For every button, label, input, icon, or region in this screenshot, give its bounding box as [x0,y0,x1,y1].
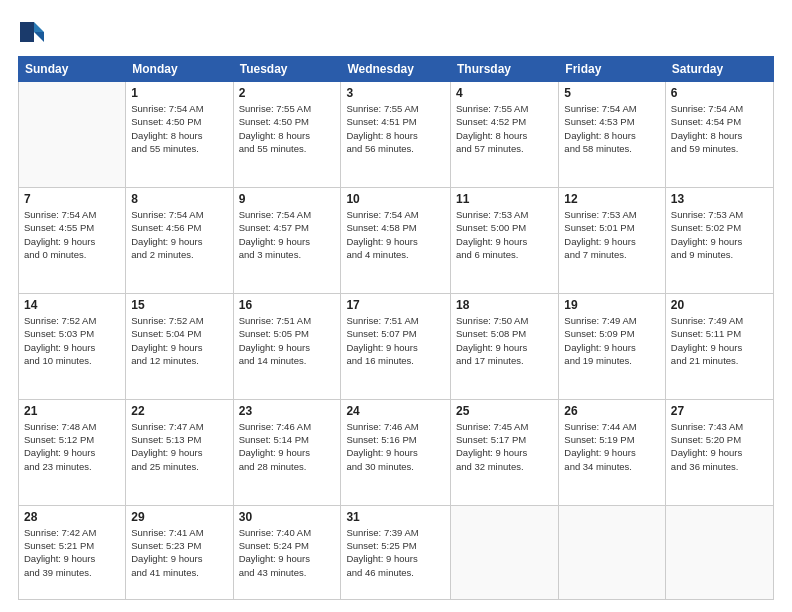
calendar-week-row: 14Sunrise: 7:52 AM Sunset: 5:03 PM Dayli… [19,293,774,399]
calendar-header-monday: Monday [126,57,233,82]
calendar-cell: 7Sunrise: 7:54 AM Sunset: 4:55 PM Daylig… [19,187,126,293]
day-info: Sunrise: 7:53 AM Sunset: 5:00 PM Dayligh… [456,208,553,261]
day-info: Sunrise: 7:55 AM Sunset: 4:51 PM Dayligh… [346,102,445,155]
calendar-cell: 16Sunrise: 7:51 AM Sunset: 5:05 PM Dayli… [233,293,341,399]
day-number: 13 [671,192,768,206]
day-info: Sunrise: 7:54 AM Sunset: 4:57 PM Dayligh… [239,208,336,261]
calendar-cell: 9Sunrise: 7:54 AM Sunset: 4:57 PM Daylig… [233,187,341,293]
calendar-header-tuesday: Tuesday [233,57,341,82]
calendar-cell: 29Sunrise: 7:41 AM Sunset: 5:23 PM Dayli… [126,505,233,599]
day-number: 19 [564,298,660,312]
day-info: Sunrise: 7:52 AM Sunset: 5:04 PM Dayligh… [131,314,227,367]
day-info: Sunrise: 7:51 AM Sunset: 5:05 PM Dayligh… [239,314,336,367]
day-number: 30 [239,510,336,524]
calendar-cell: 25Sunrise: 7:45 AM Sunset: 5:17 PM Dayli… [451,399,559,505]
calendar-cell: 10Sunrise: 7:54 AM Sunset: 4:58 PM Dayli… [341,187,451,293]
day-number: 5 [564,86,660,100]
day-info: Sunrise: 7:53 AM Sunset: 5:01 PM Dayligh… [564,208,660,261]
day-number: 21 [24,404,120,418]
header [18,18,774,46]
day-number: 2 [239,86,336,100]
day-info: Sunrise: 7:54 AM Sunset: 4:54 PM Dayligh… [671,102,768,155]
day-number: 22 [131,404,227,418]
calendar-cell [19,82,126,188]
day-number: 31 [346,510,445,524]
day-info: Sunrise: 7:44 AM Sunset: 5:19 PM Dayligh… [564,420,660,473]
day-number: 8 [131,192,227,206]
day-info: Sunrise: 7:49 AM Sunset: 5:11 PM Dayligh… [671,314,768,367]
day-number: 14 [24,298,120,312]
calendar-table: SundayMondayTuesdayWednesdayThursdayFrid… [18,56,774,600]
calendar-week-row: 7Sunrise: 7:54 AM Sunset: 4:55 PM Daylig… [19,187,774,293]
day-info: Sunrise: 7:48 AM Sunset: 5:12 PM Dayligh… [24,420,120,473]
svg-marker-1 [34,32,44,42]
day-info: Sunrise: 7:54 AM Sunset: 4:55 PM Dayligh… [24,208,120,261]
calendar-week-row: 21Sunrise: 7:48 AM Sunset: 5:12 PM Dayli… [19,399,774,505]
day-info: Sunrise: 7:42 AM Sunset: 5:21 PM Dayligh… [24,526,120,579]
day-info: Sunrise: 7:53 AM Sunset: 5:02 PM Dayligh… [671,208,768,261]
calendar-header-thursday: Thursday [451,57,559,82]
day-number: 24 [346,404,445,418]
day-number: 3 [346,86,445,100]
day-info: Sunrise: 7:51 AM Sunset: 5:07 PM Dayligh… [346,314,445,367]
svg-marker-0 [34,22,44,32]
calendar-cell: 19Sunrise: 7:49 AM Sunset: 5:09 PM Dayli… [559,293,666,399]
day-info: Sunrise: 7:46 AM Sunset: 5:16 PM Dayligh… [346,420,445,473]
day-number: 17 [346,298,445,312]
day-info: Sunrise: 7:40 AM Sunset: 5:24 PM Dayligh… [239,526,336,579]
calendar-cell: 31Sunrise: 7:39 AM Sunset: 5:25 PM Dayli… [341,505,451,599]
calendar-cell: 8Sunrise: 7:54 AM Sunset: 4:56 PM Daylig… [126,187,233,293]
calendar-cell: 12Sunrise: 7:53 AM Sunset: 5:01 PM Dayli… [559,187,666,293]
day-number: 9 [239,192,336,206]
calendar-header-row: SundayMondayTuesdayWednesdayThursdayFrid… [19,57,774,82]
calendar-cell: 30Sunrise: 7:40 AM Sunset: 5:24 PM Dayli… [233,505,341,599]
calendar-cell [559,505,666,599]
calendar-cell: 6Sunrise: 7:54 AM Sunset: 4:54 PM Daylig… [665,82,773,188]
calendar-page: SundayMondayTuesdayWednesdayThursdayFrid… [0,0,792,612]
logo-icon [18,18,46,46]
calendar-cell [665,505,773,599]
day-number: 29 [131,510,227,524]
day-info: Sunrise: 7:54 AM Sunset: 4:53 PM Dayligh… [564,102,660,155]
day-number: 27 [671,404,768,418]
day-number: 18 [456,298,553,312]
day-number: 16 [239,298,336,312]
day-number: 7 [24,192,120,206]
day-info: Sunrise: 7:54 AM Sunset: 4:58 PM Dayligh… [346,208,445,261]
day-info: Sunrise: 7:43 AM Sunset: 5:20 PM Dayligh… [671,420,768,473]
calendar-cell: 13Sunrise: 7:53 AM Sunset: 5:02 PM Dayli… [665,187,773,293]
calendar-cell: 2Sunrise: 7:55 AM Sunset: 4:50 PM Daylig… [233,82,341,188]
day-info: Sunrise: 7:41 AM Sunset: 5:23 PM Dayligh… [131,526,227,579]
day-number: 11 [456,192,553,206]
day-number: 20 [671,298,768,312]
calendar-cell: 18Sunrise: 7:50 AM Sunset: 5:08 PM Dayli… [451,293,559,399]
day-info: Sunrise: 7:52 AM Sunset: 5:03 PM Dayligh… [24,314,120,367]
calendar-cell [451,505,559,599]
calendar-header-friday: Friday [559,57,666,82]
day-info: Sunrise: 7:50 AM Sunset: 5:08 PM Dayligh… [456,314,553,367]
calendar-week-row: 28Sunrise: 7:42 AM Sunset: 5:21 PM Dayli… [19,505,774,599]
day-number: 23 [239,404,336,418]
calendar-cell: 23Sunrise: 7:46 AM Sunset: 5:14 PM Dayli… [233,399,341,505]
calendar-cell: 3Sunrise: 7:55 AM Sunset: 4:51 PM Daylig… [341,82,451,188]
calendar-header-saturday: Saturday [665,57,773,82]
calendar-cell: 21Sunrise: 7:48 AM Sunset: 5:12 PM Dayli… [19,399,126,505]
day-info: Sunrise: 7:46 AM Sunset: 5:14 PM Dayligh… [239,420,336,473]
calendar-cell: 20Sunrise: 7:49 AM Sunset: 5:11 PM Dayli… [665,293,773,399]
calendar-cell: 5Sunrise: 7:54 AM Sunset: 4:53 PM Daylig… [559,82,666,188]
day-info: Sunrise: 7:55 AM Sunset: 4:50 PM Dayligh… [239,102,336,155]
calendar-cell: 11Sunrise: 7:53 AM Sunset: 5:00 PM Dayli… [451,187,559,293]
day-info: Sunrise: 7:55 AM Sunset: 4:52 PM Dayligh… [456,102,553,155]
calendar-cell: 1Sunrise: 7:54 AM Sunset: 4:50 PM Daylig… [126,82,233,188]
day-number: 6 [671,86,768,100]
calendar-header-wednesday: Wednesday [341,57,451,82]
day-number: 12 [564,192,660,206]
day-number: 28 [24,510,120,524]
calendar-cell: 14Sunrise: 7:52 AM Sunset: 5:03 PM Dayli… [19,293,126,399]
calendar-header-sunday: Sunday [19,57,126,82]
svg-rect-2 [20,22,34,42]
calendar-cell: 4Sunrise: 7:55 AM Sunset: 4:52 PM Daylig… [451,82,559,188]
calendar-cell: 27Sunrise: 7:43 AM Sunset: 5:20 PM Dayli… [665,399,773,505]
calendar-cell: 28Sunrise: 7:42 AM Sunset: 5:21 PM Dayli… [19,505,126,599]
day-info: Sunrise: 7:54 AM Sunset: 4:56 PM Dayligh… [131,208,227,261]
